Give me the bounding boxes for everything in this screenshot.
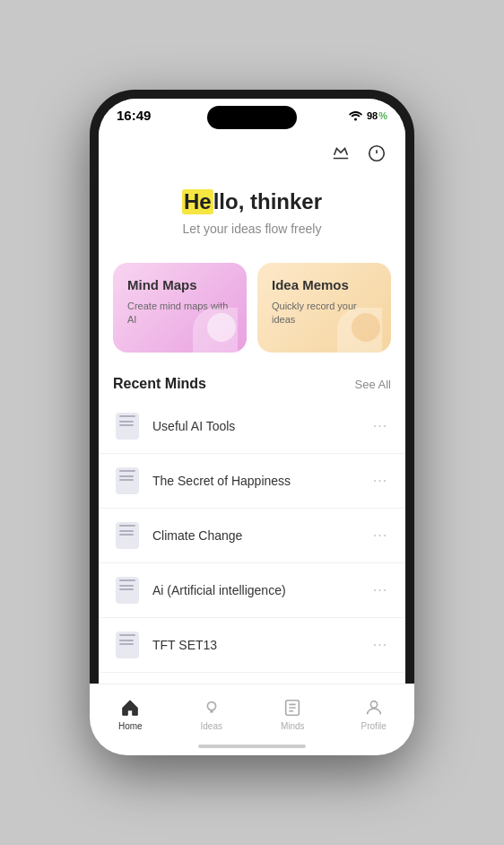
more-options-button-4[interactable]: ··· <box>369 579 391 601</box>
nav-home-label: Home <box>118 721 143 731</box>
list-item[interactable]: The Secret of Happiness ··· <box>99 454 405 509</box>
recent-section-title: Recent Minds <box>113 376 206 392</box>
ai-icon <box>367 144 387 163</box>
phone-frame: 16:49 98 % <box>90 90 414 755</box>
list-item-text: The Secret of Happiness <box>152 474 369 488</box>
recent-section-header: Recent Minds See All <box>99 362 405 399</box>
greeting-subtitle: Let your ideas flow freely <box>117 222 387 236</box>
header-toolbar <box>99 128 405 171</box>
nav-profile[interactable]: Profile <box>334 684 406 746</box>
doc-icon-5 <box>113 631 142 659</box>
nav-home[interactable]: Home <box>99 684 171 746</box>
mind-maps-card[interactable]: Mind Maps Create mind maps with AI <box>113 263 247 353</box>
more-options-button-5[interactable]: ··· <box>369 634 391 656</box>
see-all-button[interactable]: See All <box>355 378 391 391</box>
list-item[interactable]: Useful AI Tools ··· <box>99 399 405 454</box>
dynamic-island <box>207 106 297 129</box>
phone-screen: 16:49 98 % <box>99 99 405 746</box>
mind-maps-title: Mind Maps <box>127 277 232 292</box>
main-content: Hello, thinker Let your ideas flow freel… <box>99 128 405 746</box>
svg-point-0 <box>354 118 357 120</box>
card-decoration-1 <box>207 313 236 342</box>
idea-memos-title: Idea Memos <box>272 277 377 292</box>
status-time: 16:49 <box>117 108 151 123</box>
profile-icon <box>363 697 385 719</box>
ideas-icon <box>201 697 222 719</box>
list-item[interactable]: TFT SET13 ··· <box>99 618 405 673</box>
doc-icon-4 <box>113 576 142 605</box>
greeting-title: Hello, thinker <box>117 189 387 214</box>
list-item[interactable]: Ai (Artificial intelligence) ··· <box>99 563 405 618</box>
list-item-text: TFT SET13 <box>152 638 369 652</box>
idea-memos-card[interactable]: Idea Memos Quickly record your ideas <box>257 263 391 353</box>
battery-indicator: 98 % <box>367 110 387 121</box>
minds-icon <box>282 697 303 719</box>
greeting-highlight: He <box>182 189 213 214</box>
bottom-navigation: Home Ideas Minds <box>99 684 405 746</box>
crown-icon <box>331 144 351 163</box>
list-item-text: Climate Change <box>152 528 369 543</box>
list-item-text: Useful AI Tools <box>152 419 369 433</box>
svg-point-4 <box>370 701 377 707</box>
nav-ideas-label: Ideas <box>201 721 222 731</box>
home-indicator <box>198 745 306 746</box>
recent-list: Useful AI Tools ··· The Secret of Happin… <box>99 399 405 727</box>
more-options-button-1[interactable]: ··· <box>369 415 391 437</box>
home-icon <box>119 697 141 719</box>
card-decoration-2 <box>352 313 380 342</box>
nav-minds[interactable]: Minds <box>252 684 334 746</box>
feature-cards: Mind Maps Create mind maps with AI Idea … <box>99 245 405 362</box>
crown-button[interactable] <box>326 139 355 168</box>
doc-icon-1 <box>113 412 142 440</box>
battery-percent: 98 <box>367 110 378 121</box>
doc-icon-3 <box>113 521 142 550</box>
nav-profile-label: Profile <box>361 721 387 731</box>
nav-minds-label: Minds <box>281 721 305 731</box>
more-options-button-3[interactable]: ··· <box>369 525 391 546</box>
ai-profile-button[interactable] <box>362 139 391 168</box>
nav-ideas[interactable]: Ideas <box>171 684 253 746</box>
svg-point-2 <box>207 701 215 710</box>
status-icons: 98 % <box>349 110 387 121</box>
wifi-icon <box>349 110 362 121</box>
doc-icon-2 <box>113 466 142 495</box>
more-options-button-2[interactable]: ··· <box>369 470 391 492</box>
list-item-text: Ai (Artificial intelligence) <box>152 583 369 597</box>
greeting-section: Hello, thinker Let your ideas flow freel… <box>99 171 405 245</box>
list-item[interactable]: Climate Change ··· <box>99 509 405 563</box>
